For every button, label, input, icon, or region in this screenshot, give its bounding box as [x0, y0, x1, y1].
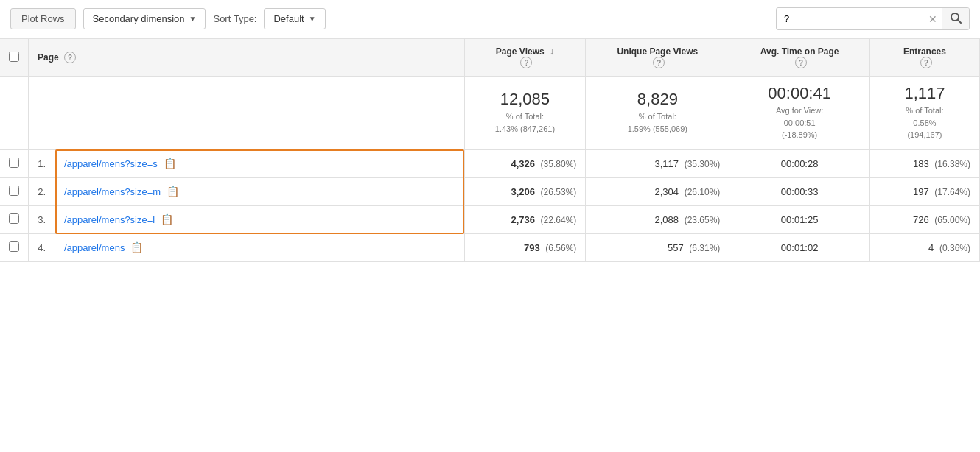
row-page-views: 793 (6.56%) [464, 233, 586, 261]
copy-icon[interactable]: 📋 [130, 241, 143, 253]
summary-unique-views-main: 8,829 [595, 90, 720, 109]
svg-line-1 [958, 20, 961, 23]
copy-icon[interactable]: 📋 [161, 213, 173, 225]
entrances-help-icon[interactable]: ? [920, 57, 932, 68]
secondary-dimension-dropdown[interactable]: Secondary dimension ▼ [83, 8, 206, 29]
toolbar: Plot Rows Secondary dimension ▼ Sort Typ… [0, 0, 980, 38]
unique-views-value: 2,088 [655, 214, 679, 225]
row-avg-time: 00:01:02 [729, 233, 870, 261]
unique-views-pct: (23.65%) [685, 215, 721, 225]
page-link[interactable]: /apparel/mens?size=l [64, 214, 155, 225]
row-checkbox-cell [0, 233, 29, 261]
entrances-pct: (65.00%) [934, 215, 970, 225]
row-page-views: 2,736 (22.64%) [464, 205, 586, 233]
avg-time-help-icon[interactable]: ? [795, 57, 807, 68]
page-link[interactable]: /apparel/mens?size=m [64, 186, 161, 197]
row-checkbox-cell [0, 205, 29, 233]
table-row: 3./apparel/mens?size=l📋2,736 (22.64%)2,0… [0, 205, 980, 233]
row-number: 4. [29, 233, 55, 261]
page-views-value: 3,206 [511, 186, 535, 197]
sort-default-arrow-icon: ▼ [309, 15, 316, 23]
row-entrances: 4 (0.36%) [869, 233, 979, 261]
row-checkbox[interactable] [9, 241, 19, 252]
unique-views-pct: (26.10%) [685, 187, 721, 197]
unique-views-pct: (6.31%) [689, 243, 720, 253]
copy-icon[interactable]: 📋 [167, 186, 179, 197]
table-row: 4./apparel/mens📋793 (6.56%)557 (6.31%)00… [0, 233, 980, 261]
row-number: 1. [29, 149, 55, 178]
summary-page-views-cell: 12,085 % of Total:1.43% (847,261) [464, 77, 586, 149]
search-button[interactable] [942, 8, 969, 29]
row-page-views: 4,326 (35.80%) [464, 149, 586, 178]
row-entrances: 197 (17.64%) [869, 177, 979, 205]
entrances-value: 4 [928, 242, 934, 253]
page-views-pct: (26.53%) [541, 187, 577, 197]
row-checkbox[interactable] [9, 213, 19, 224]
page-views-pct: (22.64%) [541, 215, 577, 225]
entrances-pct: (16.38%) [934, 159, 970, 169]
table-row: 1./apparel/mens?size=s📋4,326 (35.80%)3,1… [0, 149, 980, 178]
summary-row: 12,085 % of Total:1.43% (847,261) 8,829 … [0, 77, 980, 149]
th-entrances: Entrances ? [869, 39, 979, 77]
copy-icon[interactable]: 📋 [164, 158, 176, 169]
search-wrapper: ✕ [776, 7, 970, 30]
summary-avg-time-sub: Avg for View:00:00:51(-18.89%) [738, 105, 861, 141]
row-entrances: 726 (65.00%) [869, 205, 979, 233]
entrances-value: 726 [913, 214, 929, 225]
row-unique-views: 2,088 (23.65%) [586, 205, 729, 233]
page-views-value: 793 [524, 242, 540, 253]
entrances-value: 183 [913, 158, 929, 169]
row-avg-time: 00:01:25 [729, 205, 870, 233]
entrances-value: 197 [913, 186, 929, 197]
summary-entrances-sub: % of Total:0.58%(194,167) [879, 105, 970, 141]
summary-entrances-cell: 1,117 % of Total:0.58%(194,167) [869, 77, 979, 149]
page-views-pct: (35.80%) [541, 159, 577, 169]
page-views-value: 4,326 [511, 158, 535, 169]
th-avg-time: Avg. Time on Page ? [729, 39, 870, 77]
summary-page-views-sub: % of Total:1.43% (847,261) [474, 110, 577, 135]
page-views-help-icon[interactable]: ? [520, 57, 532, 68]
row-number: 2. [29, 177, 55, 205]
row-page-cell: /apparel/mens?size=l📋 [55, 205, 465, 233]
page-views-value: 2,736 [511, 214, 535, 225]
row-page-cell: /apparel/mens?size=s📋 [55, 149, 465, 178]
entrances-pct: (17.64%) [934, 187, 970, 197]
unique-views-help-icon[interactable]: ? [653, 57, 665, 68]
summary-avg-time-main: 00:00:41 [738, 84, 861, 103]
summary-unique-views-cell: 8,829 % of Total:1.59% (555,069) [586, 77, 729, 149]
page-link[interactable]: /apparel/mens [64, 242, 125, 253]
select-all-checkbox[interactable] [9, 52, 19, 62]
row-checkbox[interactable] [9, 186, 19, 196]
unique-views-value: 2,304 [655, 186, 679, 197]
sort-default-label: Default [273, 13, 304, 24]
sort-default-dropdown[interactable]: Default ▼ [264, 8, 325, 29]
row-avg-time: 00:00:33 [729, 177, 870, 205]
th-page-views[interactable]: Page Views ↓ ? [464, 39, 586, 77]
sort-down-icon: ↓ [550, 46, 554, 57]
page-link[interactable]: /apparel/mens?size=s [64, 158, 158, 169]
plot-rows-button[interactable]: Plot Rows [10, 8, 76, 29]
search-icon [950, 12, 962, 24]
th-unique-page-views: Unique Page Views ? [586, 39, 729, 77]
summary-entrances-main: 1,117 [879, 84, 970, 103]
row-page-cell: /apparel/mens?size=m📋 [55, 177, 465, 205]
page-views-header: Page Views ↓ [474, 46, 577, 57]
summary-check-cell [0, 77, 29, 149]
secondary-dimension-arrow-icon: ▼ [189, 15, 197, 23]
th-page: Page ? [29, 39, 465, 77]
row-entrances: 183 (16.38%) [869, 149, 979, 178]
row-unique-views: 557 (6.31%) [586, 233, 729, 261]
page-help-icon[interactable]: ? [64, 52, 76, 63]
row-checkbox-cell [0, 149, 29, 178]
secondary-dimension-label: Secondary dimension [93, 13, 185, 24]
table-row: 2./apparel/mens?size=m📋3,206 (26.53%)2,3… [0, 177, 980, 205]
unique-views-pct: (35.30%) [685, 159, 721, 169]
row-avg-time: 00:00:28 [729, 149, 870, 178]
row-unique-views: 3,117 (35.30%) [586, 149, 729, 178]
row-number: 3. [29, 205, 55, 233]
row-checkbox[interactable] [9, 158, 19, 168]
row-page-views: 3,206 (26.53%) [464, 177, 586, 205]
search-input[interactable] [777, 9, 924, 29]
summary-unique-views-sub: % of Total:1.59% (555,069) [595, 110, 720, 135]
search-clear-button[interactable]: ✕ [924, 10, 942, 28]
